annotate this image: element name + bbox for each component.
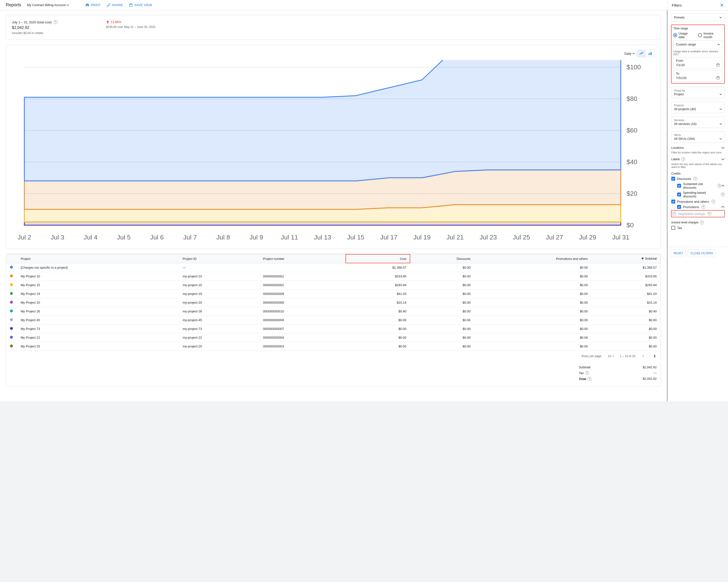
promo-checkbox[interactable]: Promotions and others?: [671, 200, 725, 203]
invoice-month-radio[interactable]: Invoice month: [698, 32, 723, 39]
cell-promo: $0.08: [474, 333, 592, 342]
help-icon[interactable]: ?: [707, 212, 711, 216]
cell-discounts: $0.00: [410, 289, 474, 298]
svg-rect-36: [717, 77, 719, 79]
col-project-id[interactable]: Project ID: [179, 254, 259, 263]
cell-discounts: $0.00: [410, 298, 474, 307]
total-value: $2,042.92: [643, 377, 657, 381]
summary-delta-line: $245.60 over May 31 – June 30, 2020: [106, 25, 155, 29]
chevron-left-icon: [642, 355, 645, 358]
account-selector[interactable]: My Contract Billing Account: [27, 3, 69, 7]
presets-select[interactable]: Presets: [671, 13, 725, 21]
save-label: SAVE VIEW: [134, 3, 152, 7]
help-icon[interactable]: ?: [721, 193, 725, 196]
collapse-icon[interactable]: [721, 205, 725, 209]
help-icon[interactable]: ?: [711, 200, 716, 203]
discounts-checkbox[interactable]: Discounts?: [671, 177, 725, 181]
close-filters-button[interactable]: CLOSE FILTERS: [688, 249, 716, 257]
cell-subtotal: $0.00: [592, 342, 660, 351]
svg-text:$40: $40: [627, 158, 637, 166]
cell-cost: $283.94: [345, 281, 410, 289]
locations-label: Locations: [671, 146, 684, 149]
usage-date-radio[interactable]: Usage date: [673, 32, 694, 39]
col-project-number[interactable]: Project number: [259, 254, 346, 263]
filters-title: Filters: [672, 3, 682, 7]
col-promo[interactable]: Promotions and others: [474, 254, 592, 263]
from-date-input[interactable]: From 7/1/20: [673, 57, 723, 68]
print-button[interactable]: PRINT: [85, 3, 101, 7]
page-range: 1 – 10 of 20: [620, 355, 635, 358]
cell-project-number: 000000000004: [259, 333, 346, 342]
promos-checkbox[interactable]: Promotions?: [677, 205, 705, 209]
skus-select[interactable]: SKUsAll SKUs (194): [671, 131, 725, 143]
cell-subtotal: $0.00: [592, 333, 660, 342]
time-range-section: Time range Usage date Invoice month Cust…: [671, 25, 725, 83]
link-icon: [107, 3, 110, 7]
help-icon[interactable]: ?: [54, 20, 57, 24]
cell-discounts: $0.00: [410, 307, 474, 316]
subtotal-label: Subtotal: [579, 365, 591, 369]
cell-cost: $0.40: [345, 307, 410, 316]
close-filters-icon[interactable]: [720, 3, 724, 7]
summary-credits: includes $0.00 in credits: [12, 31, 57, 35]
collapse-icon[interactable]: [721, 184, 725, 188]
bar-chart-toggle[interactable]: [646, 50, 654, 57]
save-view-button[interactable]: SAVE VIEW: [129, 3, 152, 7]
cell-subtotal: $0.00: [592, 325, 660, 333]
chevron-down-icon: [720, 138, 722, 140]
cell-subtotal: $283.94: [592, 281, 660, 289]
tax-checkbox[interactable]: Tax: [671, 226, 725, 230]
help-icon[interactable]: ?: [585, 371, 589, 375]
topbar: Reports My Contract Billing Account PRIN…: [0, 0, 668, 10]
series-color-dot: [10, 292, 13, 295]
col-discounts[interactable]: Discounts: [410, 254, 474, 263]
chevron-down-icon: [721, 146, 725, 149]
table-row: My Project 45 my-project-45 000000000008…: [6, 316, 660, 325]
col-cost[interactable]: Cost: [345, 254, 410, 263]
cell-discounts: $0.00: [410, 316, 474, 325]
prev-page-button[interactable]: [641, 354, 646, 359]
projects-select[interactable]: ProjectsAll projects (40): [671, 102, 725, 113]
cell-promo: $0.00: [474, 307, 592, 316]
svg-text:Jul 23: Jul 23: [479, 233, 497, 241]
help-icon[interactable]: ?: [588, 377, 592, 381]
table-row: My Project 73 my-project-73 000000000007…: [6, 325, 660, 333]
svg-text:$0: $0: [627, 221, 634, 229]
chevron-up-icon: [721, 205, 725, 209]
print-icon: [85, 3, 89, 7]
cell-promo: $0.00: [474, 342, 592, 351]
reset-button[interactable]: RESET: [671, 249, 686, 257]
to-date-input[interactable]: To 7/31/20: [673, 70, 723, 81]
granularity-selector[interactable]: Daily: [624, 52, 635, 55]
help-icon[interactable]: ?: [701, 205, 705, 209]
services-select[interactable]: ServicesAll services (16): [671, 116, 725, 128]
range-select[interactable]: Custom range: [673, 40, 723, 48]
invoice-charges-section: Invoice level charges? Tax: [671, 221, 725, 230]
rows-per-page-select[interactable]: 10: [608, 355, 614, 358]
share-button[interactable]: SHARE: [107, 3, 123, 7]
expand-icon[interactable]: [721, 146, 725, 149]
sud-checkbox[interactable]: Sustained use discounts?: [677, 182, 721, 189]
print-label: PRINT: [91, 3, 101, 7]
cell-project-number: 000000000006: [259, 298, 346, 307]
next-page-button[interactable]: [652, 354, 657, 359]
series-color-dot: [10, 327, 13, 330]
calendar-icon: [716, 63, 720, 67]
line-chart-toggle[interactable]: [637, 50, 646, 57]
help-icon[interactable]: ?: [694, 177, 697, 181]
cost-table-card: Project Project ID Project number Cost D…: [6, 254, 661, 387]
cell-project: My Project 15: [17, 281, 179, 289]
svg-text:Jul 6: Jul 6: [150, 233, 164, 241]
col-project[interactable]: Project: [17, 254, 179, 263]
expand-icon[interactable]: [721, 158, 725, 161]
col-subtotal[interactable]: Subtotal: [592, 254, 660, 263]
help-icon[interactable]: ?: [700, 221, 704, 224]
svg-text:Jul 25: Jul 25: [513, 233, 530, 241]
cost-table: Project Project ID Project number Cost D…: [6, 254, 660, 351]
cell-project: My Project 73: [17, 325, 179, 333]
help-icon[interactable]: ?: [681, 157, 685, 161]
groupby-select[interactable]: Group byProject: [671, 87, 725, 98]
help-icon[interactable]: ?: [718, 184, 721, 188]
sbd-checkbox[interactable]: Spending based discounts?: [677, 191, 725, 198]
svg-text:$100: $100: [627, 63, 641, 71]
